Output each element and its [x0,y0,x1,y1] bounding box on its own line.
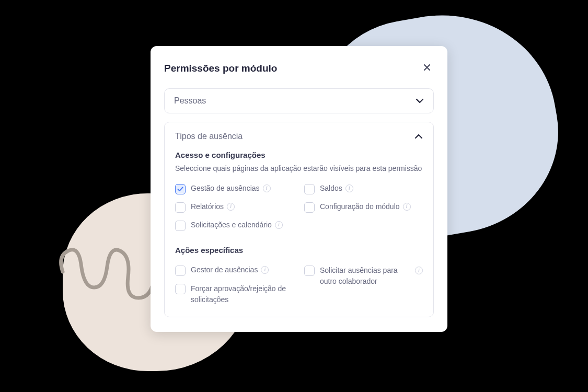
accordion-title: Tipos de ausência [175,132,243,141]
info-icon[interactable]: i [403,203,411,211]
accordion-header[interactable]: Tipos de ausência [175,132,423,141]
access-section-description: Seleccione quais páginas da aplicação es… [175,164,423,174]
module-select-value: Pessoas [174,96,206,106]
info-icon[interactable]: i [415,267,423,274]
info-icon[interactable]: i [227,203,235,211]
actions-section-title: Ações específicas [175,246,423,255]
checkbox-input [304,202,315,213]
checkbox-input [304,184,315,194]
chevron-down-icon [416,98,424,103]
checkbox-module-config[interactable]: Configuração do módulo i [304,202,423,213]
checkbox-request-for-other[interactable]: Solicitar ausências para outro colaborad… [304,265,423,305]
checkbox-label: Relatórios [191,202,224,212]
chevron-up-icon [414,134,423,139]
info-icon[interactable]: i [275,221,283,229]
checkbox-input [175,266,186,276]
absence-types-accordion: Tipos de ausência Acesso e configurações… [164,122,434,317]
close-icon [422,63,432,74]
checkbox-label: Solicitar ausências para outro colaborad… [320,265,412,287]
checkbox-input [175,184,186,194]
checkbox-absence-manager[interactable]: Gestor de ausências i [175,265,294,276]
checkbox-input [175,221,186,231]
checkbox-balances[interactable]: Saldos i [304,183,423,194]
checkbox-label: Forçar aprovação/rejeição de solicitaçõe… [191,283,294,305]
checkbox-reports[interactable]: Relatórios i [175,202,294,213]
module-select[interactable]: Pessoas [164,88,434,113]
checkbox-input [175,202,186,213]
modal-title: Permissões por módulo [164,63,277,74]
checkbox-input [175,284,186,294]
checkbox-label: Solicitações e calendário [191,220,272,230]
checkbox-input [304,266,315,276]
access-section-title: Acesso e configurações [175,151,423,159]
checkbox-label: Saldos [320,183,342,194]
close-button[interactable] [420,61,434,76]
info-icon[interactable]: i [263,185,271,192]
checkbox-force-approval[interactable]: Forçar aprovação/rejeição de solicitaçõe… [175,283,294,305]
permissions-modal: Permissões por módulo Pessoas Tipos de a… [151,46,447,332]
info-icon[interactable]: i [345,185,353,192]
checkbox-label: Gestão de ausências [191,183,260,194]
checkbox-label: Gestor de ausências [191,265,258,275]
checkbox-label: Configuração do módulo [320,202,400,212]
checkbox-absence-management[interactable]: Gestão de ausências i [175,183,294,194]
info-icon[interactable]: i [261,266,269,274]
checkbox-requests-calendar[interactable]: Solicitações e calendário i [175,220,294,231]
